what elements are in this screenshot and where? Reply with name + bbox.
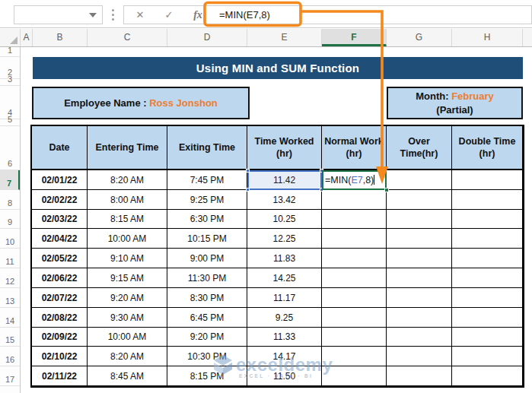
cell-D15[interactable]: 9:20 PM <box>167 328 247 347</box>
cell-D8[interactable]: 9:25 PM <box>167 190 247 210</box>
cell-D10[interactable]: 10:15 PM <box>167 229 247 249</box>
cell-F16[interactable] <box>322 347 387 366</box>
column-title-E6[interactable]: Time Worked(hr) <box>247 126 322 170</box>
column-title-H6[interactable]: Double Time(hr) <box>452 126 523 170</box>
cell-E17[interactable]: 11.50 <box>247 366 322 386</box>
cell-B12[interactable]: 02/06/22 <box>32 268 88 288</box>
cell-G17[interactable] <box>387 366 452 386</box>
cell-C10[interactable]: 10:00 AM <box>88 229 167 249</box>
column-header-A[interactable]: A <box>21 29 33 46</box>
cell-G14[interactable] <box>387 308 452 328</box>
column-header-F[interactable]: F <box>322 29 387 46</box>
cell-G8[interactable] <box>387 190 452 210</box>
row-header-12[interactable]: 12 <box>0 268 20 288</box>
cell-G7[interactable] <box>387 170 452 190</box>
column-header-G[interactable]: G <box>387 29 452 46</box>
column-header-H[interactable]: H <box>452 29 523 46</box>
cell-B9[interactable]: 02/03/22 <box>32 210 88 229</box>
cell-G16[interactable] <box>387 347 452 366</box>
formula-bar[interactable]: ✕ ✓ fx =MIN(E7,8) <box>123 5 532 24</box>
cell-C16[interactable]: 8:20 AM <box>88 347 167 366</box>
row-header-10[interactable]: 10 <box>0 229 20 249</box>
cell-F12[interactable] <box>322 268 387 288</box>
cell-E10[interactable]: 12.25 <box>247 229 322 249</box>
cell-H13[interactable] <box>452 288 523 308</box>
cell-D14[interactable]: 6:45 PM <box>167 308 247 328</box>
formula-bar-input[interactable]: =MIN(E7,8) <box>219 6 270 24</box>
cell-C12[interactable]: 9:15 AM <box>88 268 167 288</box>
cell-D11[interactable]: 9:00 PM <box>167 249 247 268</box>
cell-H14[interactable] <box>452 308 523 328</box>
cell-G9[interactable] <box>387 210 452 229</box>
cell-H7[interactable] <box>452 170 523 190</box>
row-header-8[interactable]: 8 <box>0 190 20 210</box>
employee-name-cell[interactable]: Employee Name : Ross Jonshon <box>32 87 250 119</box>
cell-B15[interactable]: 02/09/22 <box>32 328 88 347</box>
row-header-7[interactable]: 7 <box>0 170 20 190</box>
cell-G15[interactable] <box>387 328 452 347</box>
enter-icon[interactable]: ✓ <box>159 6 179 24</box>
cell-E9[interactable]: 10.25 <box>247 210 322 229</box>
row-header-17[interactable]: 17 <box>0 366 20 386</box>
name-box-dropdown-icon[interactable] <box>89 13 97 17</box>
cell-C13[interactable]: 9:20 AM <box>88 288 167 308</box>
cell-H8[interactable] <box>452 190 523 210</box>
cell-C17[interactable]: 8:45 AM <box>88 366 167 386</box>
cell-E15[interactable]: 11.33 <box>247 328 322 347</box>
column-title-D6[interactable]: Exiting Time <box>167 126 247 170</box>
cell-D16[interactable]: 10:30 PM <box>167 347 247 366</box>
cell-H10[interactable] <box>452 229 523 249</box>
cell-C9[interactable]: 8:15 AM <box>88 210 167 229</box>
cell-D7[interactable]: 7:45 PM <box>167 170 247 190</box>
cell-H16[interactable] <box>452 347 523 366</box>
cell-B10[interactable]: 02/04/22 <box>32 229 88 249</box>
cell-G12[interactable] <box>387 268 452 288</box>
cell-H15[interactable] <box>452 328 523 347</box>
cell-G10[interactable] <box>387 229 452 249</box>
select-all-corner[interactable] <box>0 29 21 46</box>
cell-D17[interactable]: 8:15 PM <box>167 366 247 386</box>
cell-B7[interactable]: 02/01/22 <box>32 170 88 190</box>
formula-bar-grip[interactable] <box>112 9 114 21</box>
row-header-14[interactable]: 14 <box>0 308 20 328</box>
cell-D13[interactable]: 8:30 PM <box>167 288 247 308</box>
cell-F13[interactable] <box>322 288 387 308</box>
cell-G11[interactable] <box>387 249 452 268</box>
sheet-title-cell[interactable]: Using MIN and SUM Function <box>33 57 523 79</box>
cell-F10[interactable] <box>322 229 387 249</box>
cell-E7[interactable]: 11.42 <box>247 170 322 190</box>
row-header-9[interactable]: 9 <box>0 210 20 229</box>
column-header-D[interactable]: D <box>167 29 247 46</box>
column-title-F6[interactable]: Normal Work(hr) <box>322 126 387 170</box>
column-title-C6[interactable]: Entering Time <box>88 126 167 170</box>
active-cell-editor-F7[interactable]: =MIN(E7,8) <box>322 170 387 190</box>
row-header-11[interactable]: 11 <box>0 249 20 268</box>
cell-H9[interactable] <box>452 210 523 229</box>
row-header-3[interactable]: 3 <box>0 79 20 86</box>
cell-E14[interactable]: 9.25 <box>247 308 322 328</box>
row-header-1[interactable]: 1 <box>0 47 20 57</box>
cell-E13[interactable]: 11.17 <box>247 288 322 308</box>
cell-B14[interactable]: 02/08/22 <box>32 308 88 328</box>
name-box[interactable] <box>14 5 103 24</box>
column-title-G6[interactable]: OverTime(hr) <box>387 126 452 170</box>
cell-B16[interactable]: 02/10/22 <box>32 347 88 366</box>
row-header-5[interactable]: 5 <box>0 119 20 126</box>
row-header-6[interactable]: 6 <box>0 126 20 170</box>
column-header-B[interactable]: B <box>33 29 88 46</box>
cell-C8[interactable]: 8:00 AM <box>88 190 167 210</box>
column-title-B6[interactable]: Date <box>32 126 88 170</box>
cell-C15[interactable]: 10:00 AM <box>88 328 167 347</box>
cell-D12[interactable]: 11:30 PM <box>167 268 247 288</box>
cell-H17[interactable] <box>452 366 523 386</box>
row-header-13[interactable]: 13 <box>0 288 20 308</box>
cell-C14[interactable]: 9:30 AM <box>88 308 167 328</box>
cell-F17[interactable] <box>322 366 387 386</box>
cell-E12[interactable]: 14.25 <box>247 268 322 288</box>
cancel-icon[interactable]: ✕ <box>130 6 150 24</box>
cell-E11[interactable]: 11.83 <box>247 249 322 268</box>
cell-H12[interactable] <box>452 268 523 288</box>
cell-B13[interactable]: 02/07/22 <box>32 288 88 308</box>
cell-B17[interactable]: 02/11/22 <box>32 366 88 386</box>
cell-B8[interactable]: 02/02/22 <box>32 190 88 210</box>
